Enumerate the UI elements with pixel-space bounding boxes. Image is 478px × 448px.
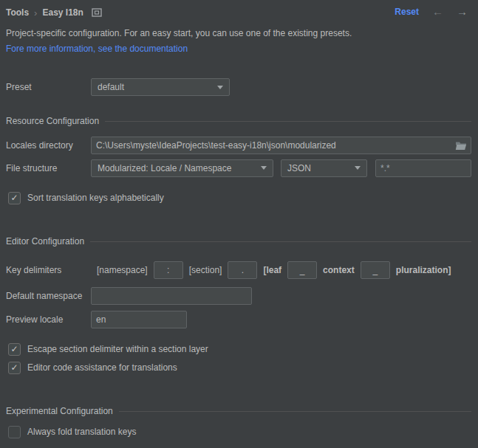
key-delimiters-row: Key delimiters [namespace] [section] [le… bbox=[6, 261, 451, 279]
file-format-dropdown[interactable]: JSON bbox=[281, 159, 367, 177]
sort-keys-checkbox-label[interactable]: Sort translation keys alphabetically bbox=[27, 193, 164, 203]
context-delimiter-input[interactable] bbox=[287, 261, 317, 279]
file-format-dropdown-value: JSON bbox=[287, 163, 350, 173]
plural-delimiter-input[interactable] bbox=[361, 261, 390, 279]
locales-directory-label: Locales directory bbox=[6, 140, 91, 151]
escape-delimiter-checkbox-row: ✓ Escape section delimiter within a sect… bbox=[8, 342, 208, 356]
preset-label: Preset bbox=[6, 82, 91, 92]
locales-directory-field-wrap bbox=[91, 137, 471, 154]
editor-configuration-section-header: Editor Configuration bbox=[6, 236, 471, 247]
file-pattern-input[interactable] bbox=[375, 159, 471, 177]
escape-delimiter-checkbox[interactable]: ✓ bbox=[8, 343, 21, 356]
default-namespace-input[interactable] bbox=[91, 287, 252, 305]
browse-folder-icon[interactable] bbox=[451, 137, 471, 154]
chevron-down-icon bbox=[355, 166, 361, 170]
pluralization-bracket-text: pluralization] bbox=[396, 265, 451, 275]
open-in-dialog-icon[interactable] bbox=[92, 8, 102, 17]
forward-arrow-icon[interactable]: → bbox=[457, 6, 468, 17]
file-structure-dropdown[interactable]: Modularized: Locale / Namespace bbox=[91, 159, 273, 177]
locales-directory-row: Locales directory bbox=[6, 137, 471, 154]
preset-row: Preset default bbox=[6, 78, 230, 96]
section-bracket-text: [section] bbox=[189, 265, 222, 275]
section-divider bbox=[105, 121, 471, 122]
preview-locale-row: Preview locale bbox=[6, 311, 187, 328]
fold-keys-checkbox[interactable] bbox=[8, 426, 21, 438]
code-assistance-checkbox-label[interactable]: Editor code assistance for translations bbox=[27, 362, 177, 373]
namespace-bracket-text: [namespace] bbox=[97, 265, 148, 275]
section-delimiter-input[interactable] bbox=[228, 261, 257, 279]
section-divider bbox=[119, 411, 471, 412]
code-assistance-checkbox-row: ✓ Editor code assistance for translation… bbox=[8, 361, 177, 374]
chevron-down-icon bbox=[217, 86, 223, 89]
file-structure-dropdown-value: Modularized: Locale / Namespace bbox=[98, 163, 256, 173]
namespace-delimiter-input[interactable] bbox=[154, 261, 183, 279]
preview-locale-input[interactable] bbox=[91, 311, 187, 328]
section-title: Experimental Configuration bbox=[6, 406, 113, 416]
fold-keys-checkbox-label[interactable]: Always fold translation keys bbox=[27, 427, 136, 437]
breadcrumb: Tools › Easy I18n bbox=[6, 6, 102, 19]
section-title: Editor Configuration bbox=[6, 236, 84, 247]
leaf-bracket-text: [leaf bbox=[263, 265, 281, 275]
context-text: context bbox=[323, 265, 355, 275]
chevron-down-icon bbox=[261, 166, 267, 170]
preview-locale-label: Preview locale bbox=[6, 314, 91, 325]
default-namespace-row: Default namespace bbox=[6, 287, 252, 305]
section-title: Resource Configuration bbox=[6, 116, 99, 126]
sort-keys-checkbox-row: ✓ Sort translation keys alphabetically bbox=[8, 191, 164, 204]
preset-dropdown-value: default bbox=[98, 82, 213, 92]
locales-directory-input[interactable] bbox=[92, 137, 451, 154]
default-namespace-label: Default namespace bbox=[6, 291, 91, 301]
sort-keys-checkbox[interactable]: ✓ bbox=[8, 192, 21, 204]
section-divider bbox=[90, 241, 471, 242]
file-structure-label: File structure bbox=[6, 163, 91, 173]
experimental-configuration-section-header: Experimental Configuration bbox=[6, 406, 471, 416]
key-delimiters-label: Key delimiters bbox=[6, 265, 91, 275]
breadcrumb-tools[interactable]: Tools bbox=[6, 7, 29, 18]
easy-i18n-settings-page: Tools › Easy I18n Reset ← → Project-spec… bbox=[0, 0, 478, 448]
fold-keys-checkbox-row: Always fold translation keys bbox=[8, 425, 136, 438]
preset-dropdown[interactable]: default bbox=[91, 78, 230, 96]
resource-configuration-section-header: Resource Configuration bbox=[6, 116, 471, 126]
code-assistance-checkbox[interactable]: ✓ bbox=[8, 362, 21, 374]
header-actions: Reset ← → bbox=[395, 6, 468, 17]
breadcrumb-easy-i18n: Easy I18n bbox=[42, 7, 83, 18]
documentation-link[interactable]: Fore more information, see the documenta… bbox=[6, 44, 188, 54]
back-arrow-icon[interactable]: ← bbox=[432, 6, 443, 17]
file-structure-row: File structure Modularized: Locale / Nam… bbox=[6, 159, 471, 177]
reset-button[interactable]: Reset bbox=[395, 7, 419, 17]
escape-delimiter-checkbox-label[interactable]: Escape section delimiter within a sectio… bbox=[27, 344, 208, 354]
description-text: Project-specific configuration. For an e… bbox=[6, 28, 352, 38]
breadcrumb-chevron-icon: › bbox=[34, 7, 37, 18]
